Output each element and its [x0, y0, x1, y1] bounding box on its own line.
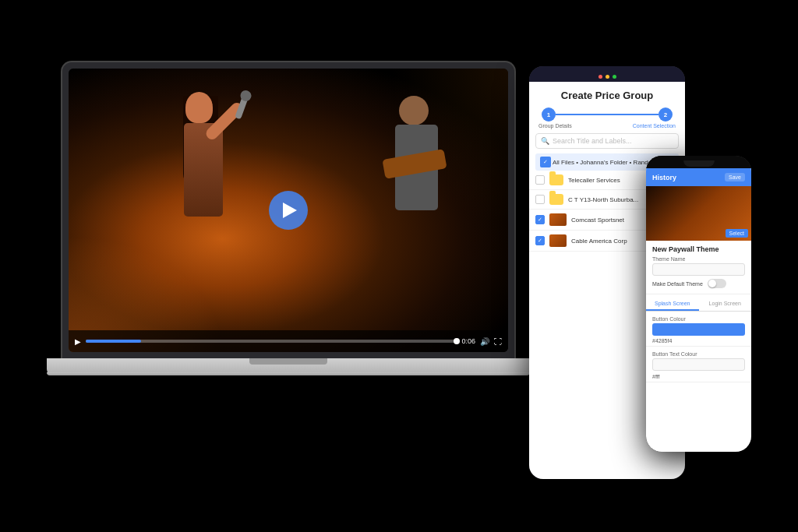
step-line — [556, 114, 659, 115]
phone-default-theme-row: Make Default Theme — [652, 279, 745, 288]
tablet-dot-yellow — [606, 75, 609, 79]
laptop-base — [47, 358, 530, 375]
laptop-foot — [47, 372, 530, 375]
phone-screen: History Save Select New Paywall Theme Th… — [646, 168, 751, 452]
folder-icon-1 — [549, 174, 563, 185]
step-2-circle: 2 — [659, 107, 673, 122]
phone-theme-name-input[interactable] — [652, 263, 745, 276]
tablet-search-bar[interactable]: 🔍 Search Title and Labels... — [535, 133, 679, 149]
breadcrumb-checkbox[interactable]: ✓ — [540, 157, 551, 167]
guitarist-head — [399, 96, 429, 125]
phone-button-text-color-section: Button Text Colour #fff — [646, 347, 751, 382]
guitarist-figure — [376, 92, 461, 294]
video-controls-bar: ▶ 0:06 🔊 ⛶ — [69, 330, 508, 352]
phone-button-color-section: Button Colour #4285f4 — [646, 312, 751, 347]
tablet-dot-green — [613, 75, 616, 79]
file-checkbox-1[interactable] — [535, 175, 545, 185]
phone-default-theme-label: Make Default Theme — [652, 281, 703, 287]
phone-section-title: New Paywall Theme — [652, 245, 745, 253]
phone-button-text-color-input[interactable] — [652, 358, 745, 371]
phone-video-overlay: Select — [726, 229, 748, 238]
phone-video-thumbnail: Select — [646, 186, 751, 241]
video-progress-bar[interactable] — [86, 340, 457, 343]
progress-thumb — [454, 338, 460, 344]
phone-notch-bar — [683, 160, 715, 167]
laptop: ▶ 0:06 🔊 ⛶ — [47, 62, 530, 467]
phone-tab-splash[interactable]: Splash Screen — [646, 298, 699, 311]
phone-tab-row: Splash Screen Login Screen — [646, 298, 751, 312]
laptop-hinge — [249, 358, 327, 365]
tablet-steps: 1 2 — [529, 104, 685, 125]
play-button[interactable] — [269, 191, 308, 230]
laptop-screen-outer: ▶ 0:06 🔊 ⛶ — [62, 62, 514, 358]
video-play-icon[interactable]: ▶ — [75, 337, 81, 346]
step-labels: Group Details Content Selection — [529, 123, 685, 129]
phone-save-button[interactable]: Save — [725, 173, 745, 181]
play-icon — [283, 203, 297, 218]
video-thumb-4 — [549, 234, 567, 247]
mic-head — [239, 89, 253, 103]
phone-top-title: History — [652, 174, 676, 181]
phone-default-theme-toggle[interactable] — [708, 279, 726, 288]
phone-theme-name-label: Theme Name — [652, 256, 745, 262]
search-placeholder: Search Title and Labels... — [553, 137, 632, 145]
tablet-dot-red — [598, 75, 602, 79]
search-icon: 🔍 — [541, 137, 549, 145]
file-checkbox-4[interactable]: ✓ — [535, 236, 545, 245]
phone-top-bar: History Save — [646, 168, 751, 186]
video-volume-icon[interactable]: 🔊 — [480, 337, 489, 346]
phone-button-color-swatch[interactable] — [652, 323, 745, 336]
folder-icon-2 — [549, 194, 563, 205]
singer-body — [184, 123, 223, 217]
laptop-screen: ▶ 0:06 🔊 ⛶ — [69, 69, 508, 352]
phone-button-text-color-value: #fff — [652, 374, 745, 379]
phone-button-color-label: Button Colour — [652, 316, 745, 322]
progress-fill — [86, 340, 141, 343]
phone-theme-section: New Paywall Theme Theme Name Make Defaul… — [646, 241, 751, 294]
phone-button-text-color-label: Button Text Colour — [652, 351, 745, 357]
breadcrumb-text: All Files • Johanna's Folder • Random — [553, 159, 657, 166]
video-time: 0:06 — [461, 337, 475, 345]
tablet-header-bar — [529, 66, 685, 82]
video-fullscreen-icon[interactable]: ⛶ — [494, 337, 502, 346]
phone-notch — [646, 156, 751, 168]
phone-tab-login[interactable]: Login Screen — [699, 298, 752, 311]
concert-background: ▶ 0:06 🔊 ⛶ — [69, 69, 508, 352]
singer-head — [185, 92, 213, 123]
step-1-label: Group Details — [538, 123, 572, 129]
phone: History Save Select New Paywall Theme Th… — [646, 156, 751, 452]
video-thumb-3 — [549, 213, 567, 226]
phone-toggle-knob — [708, 280, 716, 287]
step-1-circle: 1 — [542, 107, 556, 122]
singer-figure — [154, 84, 256, 302]
step-2-label: Content Selection — [633, 123, 676, 129]
phone-button-color-value: #4285f4 — [652, 338, 745, 344]
scene: ▶ 0:06 🔊 ⛶ — [0, 0, 798, 532]
file-checkbox-2[interactable] — [535, 195, 545, 204]
file-checkbox-3[interactable]: ✓ — [535, 215, 545, 224]
tablet-page-title: Create Price Group — [529, 82, 685, 104]
